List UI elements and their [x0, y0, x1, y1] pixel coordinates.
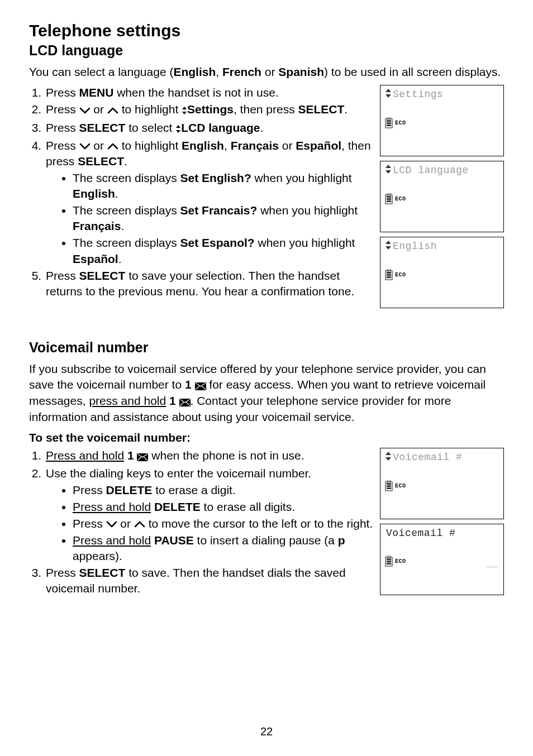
- cursor-indicator: _____: [486, 563, 498, 568]
- chevron-up-icon: [107, 104, 118, 117]
- text: ,: [216, 65, 222, 78]
- text: when you highlight: [255, 236, 355, 249]
- text-bold: Français: [73, 219, 121, 232]
- svg-rect-4: [387, 125, 391, 126]
- battery-icon: [385, 117, 393, 128]
- lcd-screen-settings: Settings ECO: [380, 85, 504, 156]
- svg-rect-26: [387, 563, 391, 564]
- lcd-screens-group-2: Voicemail # ECO Voicemail # _____ ECO: [380, 448, 504, 600]
- text-bold: DELETE: [106, 484, 153, 496]
- section-heading-voicemail: Voicemail number: [29, 339, 504, 356]
- text-underline: Press and hold: [73, 500, 151, 513]
- envelope-icon: [195, 377, 206, 393]
- text-bold: SELECT: [79, 269, 126, 282]
- text-bold: English: [182, 139, 224, 152]
- text: Press: [46, 103, 79, 116]
- text: when the phone is not in use.: [148, 449, 304, 462]
- text-bold: 1: [127, 449, 134, 462]
- svg-rect-2: [387, 120, 391, 122]
- text-bold: SELECT: [298, 103, 345, 116]
- lcd-text: English: [393, 241, 437, 252]
- text: The screen displays: [73, 236, 180, 249]
- text: when the handset is not in use.: [113, 86, 278, 99]
- svg-rect-20: [387, 485, 391, 487]
- text-underline: press and hold: [89, 394, 166, 407]
- text: or: [91, 103, 107, 116]
- text-bold: LCD language: [181, 121, 260, 134]
- text: You can select a language (: [29, 65, 173, 78]
- text: to highlight: [118, 103, 182, 116]
- updown-icon: [385, 241, 393, 252]
- chevron-down-icon: [106, 518, 117, 531]
- text: .: [344, 103, 348, 116]
- text: to move the cursor to the left or to the…: [145, 517, 373, 530]
- text-bold: Spanish: [278, 65, 324, 78]
- text: to insert a dialing pause (a: [194, 534, 338, 547]
- eco-label: ECO: [395, 196, 406, 202]
- text: or: [117, 517, 134, 530]
- text: Use the dialing keys to enter the voicem…: [46, 467, 311, 480]
- text: to erase a digit.: [152, 484, 235, 496]
- text-underline: Press and hold: [46, 449, 124, 462]
- text: Press: [73, 517, 106, 530]
- lcd-screens-group-1: Settings ECO LCD language ECO: [380, 85, 504, 313]
- lcd-text: Voicemail #: [393, 452, 462, 463]
- battery-icon: [385, 556, 393, 567]
- chevron-up-icon: [134, 518, 145, 531]
- eco-label: ECO: [395, 483, 406, 489]
- text-bold: DELETE: [154, 500, 201, 513]
- voicemail-subheading: To set the voicemail number:: [29, 431, 504, 444]
- text-bold: Settings: [187, 103, 234, 116]
- text: , then press: [234, 103, 298, 116]
- text: .: [118, 252, 122, 265]
- text-bold: French: [222, 65, 261, 78]
- svg-rect-7: [387, 196, 391, 198]
- envelope-icon: [137, 448, 148, 464]
- text-bold: PAUSE: [154, 534, 194, 547]
- text-bold: Set English?: [180, 171, 251, 184]
- text: to erase all digits.: [201, 500, 295, 513]
- updown-icon: [175, 121, 181, 137]
- text: The screen displays: [73, 204, 180, 217]
- lcd-language-intro: You can select a language (English, Fren…: [29, 64, 504, 79]
- text: The screen displays: [73, 171, 180, 184]
- text-bold: SELECT: [78, 155, 124, 168]
- text: .: [124, 155, 127, 168]
- text: ,: [224, 139, 231, 152]
- text-bold: SELECT: [79, 121, 126, 134]
- text-bold: SELECT: [79, 566, 126, 579]
- envelope-icon: [179, 394, 191, 409]
- text: ) to be used in all screen displays.: [324, 65, 501, 78]
- lcd-text: Voicemail #: [386, 528, 455, 539]
- text: .: [121, 219, 124, 232]
- text-bold: Français: [231, 139, 279, 152]
- text-bold: 1: [185, 378, 192, 391]
- svg-rect-9: [387, 200, 391, 202]
- text-bold: Set Espanol?: [180, 236, 255, 249]
- lcd-screen-voicemail-1: Voicemail # ECO: [380, 448, 504, 519]
- text: Press: [46, 121, 79, 134]
- text-bold: Español: [296, 139, 341, 152]
- text: Press: [46, 139, 79, 152]
- page-number: 22: [0, 725, 533, 738]
- text-underline: Press and hold: [73, 534, 151, 547]
- svg-rect-25: [387, 561, 391, 562]
- updown-icon: [182, 103, 187, 118]
- svg-rect-19: [387, 483, 391, 485]
- text: Press: [73, 484, 106, 496]
- svg-rect-21: [387, 487, 391, 489]
- text-bold: p: [338, 534, 345, 547]
- text: Press: [46, 566, 79, 579]
- text: .: [115, 187, 118, 200]
- lcd-screen-lcd-language: LCD language ECO: [380, 161, 504, 232]
- eco-label: ECO: [395, 120, 406, 126]
- battery-icon: [385, 480, 393, 491]
- text-bold: English: [73, 187, 115, 200]
- chevron-down-icon: [79, 104, 91, 117]
- text: Press: [46, 269, 79, 282]
- lcd-screen-voicemail-2: Voicemail # _____ ECO: [380, 524, 504, 595]
- eco-label: ECO: [395, 558, 406, 564]
- text-bold: English: [173, 65, 216, 78]
- text: when you highlight: [251, 171, 352, 184]
- text-bold: 1: [169, 394, 176, 407]
